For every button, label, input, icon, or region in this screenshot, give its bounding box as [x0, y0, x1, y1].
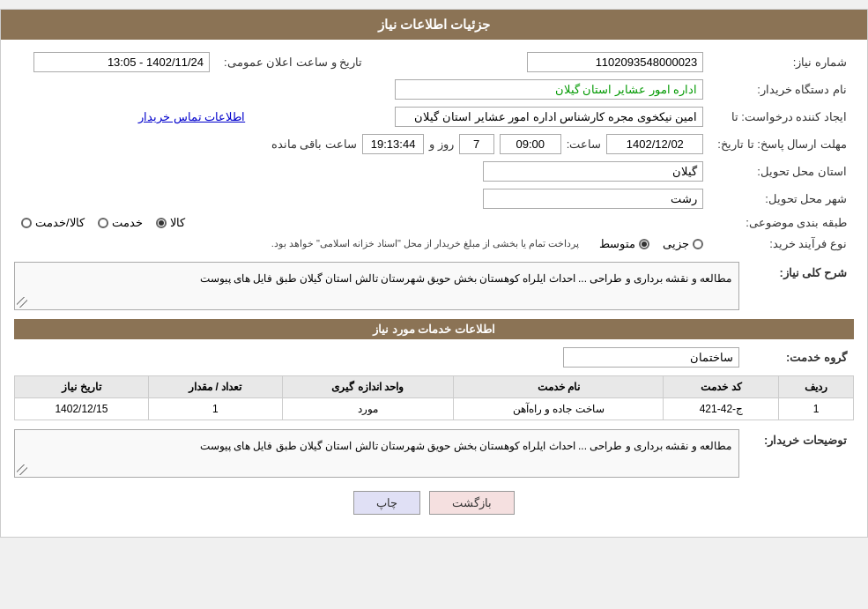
province-label: استان محل تحویل: [710, 158, 854, 185]
buyer-org-row: نام دستگاه خریدار: اداره امور عشایر استا… [14, 76, 854, 103]
city-value: رشت [14, 185, 710, 212]
process-options: جزیی متوسط پرداخت تمام یا بخشی از مبلغ خ… [14, 233, 710, 255]
buyer-org-label: نام دستگاه خریدار: [710, 76, 854, 103]
process-option-motavasset[interactable]: متوسط [599, 237, 649, 250]
process-note: پرداخت تمام یا بخشی از مبلغ خریدار از مح… [264, 236, 587, 251]
back-button[interactable]: بازگشت [429, 491, 515, 515]
description-label: شرح کلی نیاز: [739, 262, 854, 284]
radio-khedmat[interactable] [98, 218, 108, 228]
col-service-name: نام خدمت [454, 376, 664, 398]
deadline-days-label: روز و [429, 137, 454, 151]
category-label-khedmat: خدمت [112, 216, 143, 229]
page-wrapper: جزئیات اطلاعات نیاز شماره نیاز: 11020935… [0, 9, 868, 538]
services-section-title: اطلاعات خدمات مورد نیاز [14, 319, 854, 339]
col-service-code: کد خدمت [664, 376, 779, 398]
deadline-label: مهلت ارسال پاسخ: تا تاریخ: [710, 130, 854, 158]
creator-value: امین نیکخوی مجره کارشناس اداره امور عشای… [369, 103, 710, 130]
process-label-jozyi: جزیی [663, 237, 689, 250]
services-table-body: 1ج-42-421ساخت جاده و راه‌آهنمورد11402/12… [15, 398, 854, 420]
province-row: استان محل تحویل: گیلان [14, 158, 854, 185]
buyer-org-value: اداره امور عشایر استان گیلان [14, 76, 710, 103]
contact-link[interactable]: اطلاعات تماس خریدار [138, 110, 245, 123]
service-group-input: ساختمان [563, 347, 739, 368]
buyer-notes-row: توضیحات خریدار: مطالعه و نقشه برداری و ط… [14, 429, 854, 478]
table-cell-row_num: 1 [779, 398, 854, 420]
services-table-header-row: ردیف کد خدمت نام خدمت واحد اندازه گیری ت… [15, 376, 854, 398]
services-table-head: ردیف کد خدمت نام خدمت واحد اندازه گیری ت… [15, 376, 854, 398]
category-label: طبقه بندی موضوعی: [710, 212, 854, 233]
description-box: مطالعه و نقشه برداری و طراحی ... احداث ا… [14, 262, 739, 310]
col-date: تاریخ نیاز [15, 376, 149, 398]
table-cell-service_code: ج-42-421 [664, 398, 779, 420]
process-label: نوع فرآیند خرید: [710, 233, 854, 255]
radio-kala-khedmat[interactable] [21, 218, 32, 228]
print-button[interactable]: چاپ [353, 491, 420, 515]
buyer-notes-text: مطالعه و نقشه برداری و طراحی ... احداث ا… [200, 440, 731, 452]
deadline-row: مهلت ارسال پاسخ: تا تاریخ: 1402/12/02 سا… [14, 130, 854, 158]
buttons-row: بازگشت چاپ [14, 491, 854, 515]
province-input: گیلان [483, 161, 703, 182]
service-group-label: گروه خدمت: [739, 346, 854, 368]
buyer-notes-box: مطالعه و نقشه برداری و طراحی ... احداث ا… [14, 429, 739, 478]
table-cell-unit: مورد [282, 398, 453, 420]
resize-handle[interactable] [17, 297, 27, 308]
radio-kala[interactable] [156, 218, 167, 228]
category-options: کالا/خدمت خدمت کالا [14, 212, 710, 233]
deadline-time-label: ساعت: [567, 137, 602, 151]
need-number-label: شماره نیاز: [710, 48, 854, 76]
deadline-remaining-label: ساعت باقی مانده [271, 137, 357, 151]
category-option-khedmat[interactable]: خدمت [98, 216, 143, 229]
radio-jozyi[interactable] [693, 239, 703, 249]
page-header: جزئیات اطلاعات نیاز [1, 10, 867, 40]
description-row: شرح کلی نیاز: مطالعه و نقشه برداری و طرا… [14, 262, 854, 310]
city-input: رشت [483, 189, 703, 209]
process-option-jozyi[interactable]: جزیی [663, 237, 703, 250]
need-number-input: 1102093548000023 [527, 52, 703, 72]
category-row: طبقه بندی موضوعی: کالا/خدمت خدمت کالا [14, 212, 854, 233]
creator-row: ایجاد کننده درخواست: تا امین نیکخوی مجره… [14, 103, 854, 130]
need-number-value: 1102093548000023 [404, 48, 710, 76]
buyer-org-input: اداره امور عشایر استان گیلان [395, 79, 703, 100]
buyer-notes-resize-handle[interactable] [17, 464, 27, 475]
announce-input: 1402/11/24 - 13:05 [33, 52, 210, 72]
category-option-kala[interactable]: کالا [156, 216, 185, 229]
col-qty: تعداد / مقدار [148, 376, 282, 398]
announce-label: تاریخ و ساعت اعلان عمومی: [217, 48, 369, 76]
content-area: شماره نیاز: 1102093548000023 تاریخ و ساع… [1, 40, 867, 537]
buyer-notes-label: توضیحات خریدار: [739, 429, 854, 451]
category-option-kala-khedmat[interactable]: کالا/خدمت [21, 216, 85, 229]
category-label-kala: کالا [170, 216, 185, 229]
deadline-remaining: 19:13:44 [362, 134, 424, 154]
table-cell-qty: 1 [148, 398, 282, 420]
process-row: نوع فرآیند خرید: جزیی متوسط [14, 233, 854, 255]
deadline-time: 09:00 [500, 134, 561, 154]
deadline-days: 7 [459, 134, 494, 154]
process-label-motavasset: متوسط [599, 237, 635, 250]
table-cell-date: 1402/12/15 [15, 398, 149, 420]
category-label-kala-khedmat: کالا/خدمت [35, 216, 85, 229]
city-label: شهر محل تحویل: [710, 185, 854, 212]
col-unit: واحد اندازه گیری [282, 376, 453, 398]
deadline-date: 1402/12/02 [606, 134, 703, 154]
table-cell-service_name: ساخت جاده و راه‌آهن [454, 398, 664, 420]
deadline-value: 1402/12/02 ساعت: 09:00 7 روز و 19:13:44 … [14, 130, 710, 158]
col-row-num: ردیف [779, 376, 854, 398]
radio-motavasset[interactable] [639, 239, 649, 249]
announce-value: 1402/11/24 - 13:05 [14, 48, 217, 76]
service-group-row: گروه خدمت: ساختمان [14, 346, 854, 368]
description-text: مطالعه و نقشه برداری و طراحی ... احداث ا… [200, 272, 731, 285]
city-row: شهر محل تحویل: رشت [14, 185, 854, 212]
province-value: گیلان [14, 158, 710, 185]
table-row: 1ج-42-421ساخت جاده و راه‌آهنمورد11402/12… [15, 398, 854, 420]
creator-input: امین نیکخوی مجره کارشناس اداره امور عشای… [395, 107, 703, 127]
creator-label: ایجاد کننده درخواست: تا [710, 103, 854, 130]
description-content: مطالعه و نقشه برداری و طراحی ... احداث ا… [14, 262, 739, 310]
services-table: ردیف کد خدمت نام خدمت واحد اندازه گیری ت… [14, 375, 854, 420]
need-number-row: شماره نیاز: 1102093548000023 تاریخ و ساع… [14, 48, 854, 76]
buyer-notes-content: مطالعه و نقشه برداری و طراحی ... احداث ا… [14, 429, 739, 478]
main-info-table: شماره نیاز: 1102093548000023 تاریخ و ساع… [14, 48, 854, 255]
page-title: جزئیات اطلاعات نیاز [378, 17, 490, 32]
